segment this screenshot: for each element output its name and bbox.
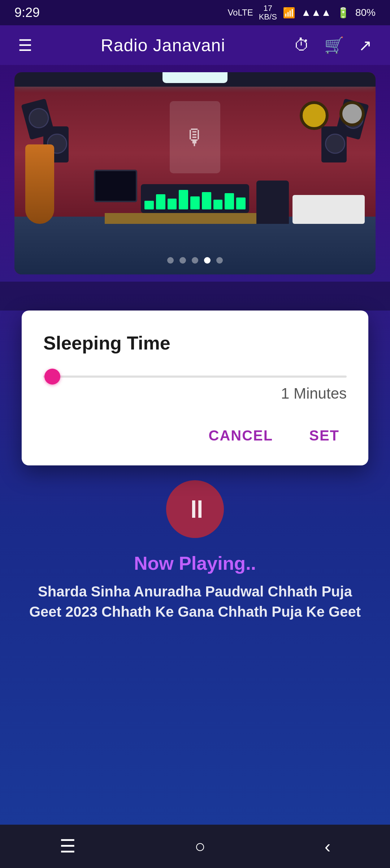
header-actions: ⏱ 🛒 ↗ bbox=[294, 36, 372, 55]
slider-value-label: 1 Minutes bbox=[43, 385, 347, 402]
dialog-actions: CANCEL SET bbox=[43, 424, 347, 447]
dialog-title: Sleeping Time bbox=[43, 332, 347, 354]
battery-icon: 🔋 bbox=[337, 7, 350, 19]
slider-thumb[interactable] bbox=[44, 369, 60, 385]
set-button[interactable]: SET bbox=[302, 424, 347, 447]
play-section: ⏸ bbox=[166, 480, 224, 538]
carousel-dot-2[interactable] bbox=[192, 257, 198, 264]
sleep-timer-slider-container bbox=[43, 376, 347, 378]
main-content: Sleeping Time 1 Minutes CANCEL SET 🔈 🔊 ⏸ bbox=[0, 282, 390, 311]
carousel-dot-4[interactable] bbox=[216, 257, 223, 264]
nav-menu-icon[interactable]: ☰ bbox=[60, 836, 76, 857]
signal-icon: ▲▲▲ bbox=[301, 7, 331, 18]
dialog-overlay bbox=[0, 282, 390, 311]
battery-percentage: 80% bbox=[355, 7, 376, 18]
volte-icon: VoLTE bbox=[228, 8, 253, 18]
bottom-nav: ☰ ○ ‹ bbox=[0, 825, 390, 868]
studio-illustration: 🎙 bbox=[14, 72, 376, 274]
carousel-dots bbox=[167, 257, 223, 264]
status-bar: 9:29 VoLTE 17KB/S 📶 ▲▲▲ 🔋 80% bbox=[0, 0, 390, 25]
pause-button[interactable]: ⏸ bbox=[166, 480, 224, 538]
banner-area: 🎙 bbox=[0, 65, 390, 282]
status-icons: VoLTE 17KB/S 📶 ▲▲▲ 🔋 80% bbox=[228, 4, 376, 21]
carousel-dot-1[interactable] bbox=[179, 257, 186, 264]
app-title: Radio Janavani bbox=[101, 35, 225, 55]
now-playing-track: Sharda Sinha Anuradha Paudwal Chhath Puj… bbox=[29, 581, 361, 622]
pause-icon: ⏸ bbox=[184, 495, 206, 524]
status-time: 9:29 bbox=[14, 5, 40, 20]
nav-back-icon[interactable]: ‹ bbox=[325, 836, 331, 857]
now-playing-section: Now Playing.. Sharda Sinha Anuradha Paud… bbox=[0, 552, 390, 622]
wifi-icon: 📶 bbox=[283, 7, 295, 19]
header: ☰ Radio Janavani ⏱ 🛒 ↗ bbox=[0, 25, 390, 65]
menu-hamburger-icon[interactable]: ☰ bbox=[18, 36, 32, 55]
banner-image: 🎙 bbox=[14, 72, 376, 274]
now-playing-label: Now Playing.. bbox=[29, 552, 361, 574]
cart-icon[interactable]: 🛒 bbox=[324, 36, 344, 55]
nav-home-icon[interactable]: ○ bbox=[195, 836, 205, 857]
carousel-dot-3[interactable] bbox=[204, 257, 211, 264]
timer-icon[interactable]: ⏱ bbox=[294, 36, 310, 54]
sleeping-time-dialog: Sleeping Time 1 Minutes CANCEL SET bbox=[22, 311, 368, 465]
cancel-button[interactable]: CANCEL bbox=[202, 424, 281, 447]
share-icon[interactable]: ↗ bbox=[359, 36, 372, 55]
slider-track bbox=[43, 376, 347, 378]
data-speed: 17KB/S bbox=[259, 4, 277, 21]
carousel-dot-0[interactable] bbox=[167, 257, 174, 264]
